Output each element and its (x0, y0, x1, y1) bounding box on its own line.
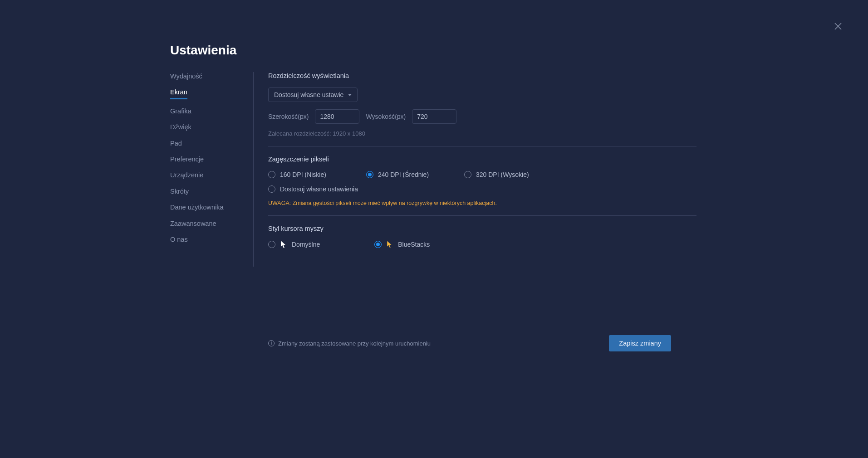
density-option-label: 160 DPI (Niskie) (280, 171, 326, 178)
nav-item-shortcuts[interactable]: Skróty (170, 188, 189, 195)
cursor-option-bluestacks[interactable]: BlueStacks (374, 240, 430, 248)
density-option-0[interactable]: 160 DPI (Niskie) (268, 171, 341, 178)
chevron-down-icon (348, 94, 352, 96)
section-cursor: Styl kursora myszy DomyślneBlueStacks (268, 225, 696, 258)
close-icon[interactable] (834, 22, 843, 31)
radio-icon (268, 185, 275, 193)
nav-item-prefs[interactable]: Preferencje (170, 156, 204, 163)
radio-icon (268, 241, 275, 248)
cursor-title: Styl kursora myszy (268, 225, 696, 232)
nav-item-screen[interactable]: Ekran (170, 88, 187, 99)
info-icon: i (268, 340, 275, 346)
density-option-label: 320 DPI (Wysokie) (476, 171, 529, 178)
density-warning: UWAGA: Zmiana gęstości pikseli może mieć… (268, 200, 696, 206)
save-button[interactable]: Zapisz zmiany (609, 335, 671, 351)
footer-bar: i Zmiany zostaną zastosowane przy kolejn… (268, 335, 696, 351)
density-option-2[interactable]: 320 DPI (Wysokie) (464, 171, 537, 178)
page-title: Ustawienia (170, 43, 696, 58)
resolution-select-label: Dostosuj własne ustawie (274, 91, 343, 98)
nav-item-graphics[interactable]: Grafika (170, 107, 191, 115)
density-option-3[interactable]: Dostosuj własne ustawienia (268, 185, 696, 193)
section-resolution: Rozdzielczość wyświetlania Dostosuj włas… (268, 72, 696, 146)
nav-item-userdata[interactable]: Dane użytkownika (170, 204, 224, 211)
nav-item-about[interactable]: O nas (170, 236, 188, 244)
restart-note-text: Zmiany zostaną zastosowane przy kolejnym… (278, 340, 431, 347)
width-label: Szerokość(px) (268, 113, 309, 120)
recommended-resolution: Zalecana rozdzielczość: 1920 x 1080 (268, 130, 696, 137)
nav-item-pad[interactable]: Pad (170, 140, 182, 147)
section-density: Zagęszczenie pikseli 160 DPI (Niskie)240… (268, 156, 696, 216)
nav-item-advanced[interactable]: Zaawansowane (170, 220, 216, 228)
density-title: Zagęszczenie pikseli (268, 156, 696, 163)
cursor-bluestacks-icon (386, 240, 393, 248)
radio-icon (366, 171, 373, 178)
resolution-title: Rozdzielczość wyświetlania (268, 72, 696, 79)
radio-icon (268, 171, 275, 178)
nav-item-device[interactable]: Urządzenie (170, 171, 203, 179)
restart-note: i Zmiany zostaną zastosowane przy kolejn… (268, 340, 431, 347)
nav-item-sound[interactable]: Dźwięk (170, 123, 191, 131)
density-option-label: 240 DPI (Średnie) (378, 171, 429, 178)
height-label: Wysokość(px) (366, 113, 406, 120)
density-option-1[interactable]: 240 DPI (Średnie) (366, 171, 439, 178)
width-input[interactable] (315, 109, 359, 124)
radio-icon (374, 241, 382, 248)
cursor-option-default[interactable]: Domyślne (268, 240, 320, 248)
resolution-select[interactable]: Dostosuj własne ustawie (268, 88, 358, 102)
density-option-label: Dostosuj własne ustawienia (280, 185, 358, 193)
cursor-option-label: BlueStacks (398, 241, 430, 248)
settings-nav: WydajnośćEkranGrafikaDźwiękPadPreferencj… (170, 72, 254, 267)
height-input[interactable] (412, 109, 456, 124)
cursor-default-icon (280, 240, 287, 248)
radio-icon (464, 171, 471, 178)
cursor-option-label: Domyślne (292, 241, 320, 248)
nav-item-perf[interactable]: Wydajność (170, 73, 202, 80)
